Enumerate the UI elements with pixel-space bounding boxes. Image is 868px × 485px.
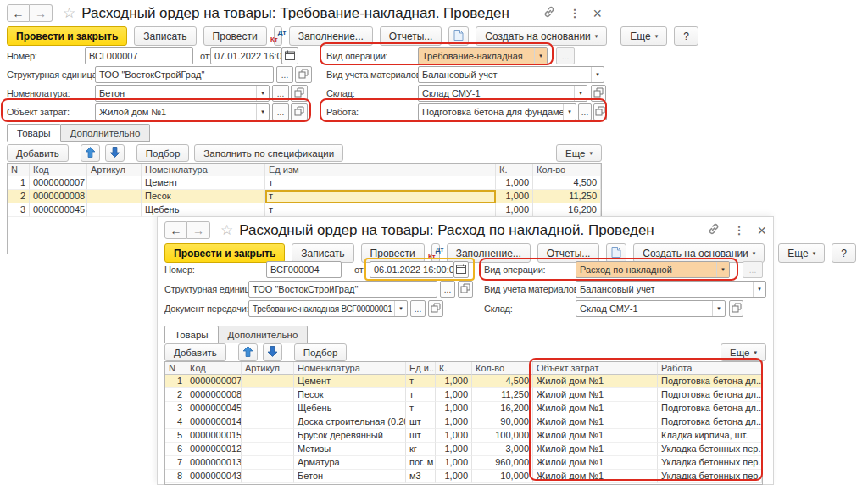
- table-cell[interactable]: [242, 456, 294, 470]
- create-from-button[interactable]: Создать на основании▾: [633, 243, 765, 263]
- table-cell[interactable]: т: [265, 176, 496, 190]
- browse-button[interactable]: ...: [578, 103, 592, 120]
- more-button[interactable]: Еще▾: [778, 243, 825, 263]
- move-up-button[interactable]: [81, 144, 100, 162]
- move-down-button[interactable]: [105, 144, 125, 162]
- chevron-down-icon[interactable]: ▾: [753, 282, 765, 297]
- open-item-button[interactable]: [291, 103, 308, 120]
- table-cell[interactable]: 1,000: [436, 456, 472, 470]
- warehouse-field[interactable]: Склад СМУ-1▾: [576, 300, 726, 317]
- table-cell[interactable]: 1,000: [436, 470, 472, 483]
- table-cell[interactable]: 2: [8, 190, 30, 203]
- table-cell[interactable]: [87, 190, 142, 203]
- browse-button[interactable]: ...: [272, 103, 289, 120]
- table-row[interactable]: 40000000014Доска строительная (0.20м)шт1…: [165, 415, 762, 429]
- link-icon[interactable]: [707, 222, 721, 239]
- table-cell[interactable]: кг: [406, 443, 436, 456]
- org-field[interactable]: ТОО "ВостокСтройГрад": [248, 281, 437, 298]
- table-cell[interactable]: [242, 375, 294, 388]
- table-cell[interactable]: 100,000: [472, 429, 533, 443]
- create-from-button[interactable]: Создать на основании▾: [476, 26, 607, 46]
- dt-kt-postings-button[interactable]: Дт Кт: [431, 243, 440, 263]
- table-cell[interactable]: 0000000014: [186, 415, 242, 429]
- table-cell[interactable]: Цемент: [294, 375, 406, 388]
- post-button[interactable]: Провести: [361, 243, 425, 263]
- fill-button[interactable]: Заполнение...: [289, 26, 373, 46]
- chevron-down-icon[interactable]: ▾: [716, 262, 729, 277]
- table-cell[interactable]: 6: [165, 443, 186, 456]
- table-cell[interactable]: 1,000: [436, 402, 472, 415]
- table-cell[interactable]: 0000000043: [186, 470, 242, 483]
- table-cell[interactable]: Подготовка бетона дл...: [658, 402, 762, 415]
- chevron-down-icon[interactable]: ▾: [534, 48, 547, 64]
- org-field[interactable]: ТОО "ВостокСтройГрад": [95, 66, 274, 83]
- date-field[interactable]: 07.01.2022 16:00:00: [210, 47, 282, 64]
- table-cell[interactable]: 0000000015: [186, 429, 242, 443]
- table-cell[interactable]: 3: [8, 203, 30, 217]
- table-row[interactable]: 30000000045Щебеньт1,00016,200: [8, 203, 601, 217]
- tab-goods[interactable]: Товары: [7, 124, 61, 142]
- document-icon-button[interactable]: [448, 26, 469, 46]
- table-cell[interactable]: 1,000: [436, 388, 472, 402]
- table-cell[interactable]: 4,500: [472, 375, 533, 388]
- close-icon[interactable]: ×: [593, 7, 602, 20]
- table-row[interactable]: 80000000043Бетонм31,00010,000Жилой дом №…: [165, 470, 762, 483]
- table-cell[interactable]: пог. м: [406, 456, 436, 470]
- table-cell[interactable]: 1,000: [496, 176, 533, 190]
- table-cell[interactable]: 10,000: [472, 470, 533, 483]
- column-header[interactable]: Код: [186, 362, 242, 375]
- table-cell[interactable]: 1,000: [436, 429, 472, 443]
- table-cell[interactable]: Укладка бетонных пер...: [658, 470, 762, 483]
- table-cell[interactable]: Укладка бетонных пер...: [658, 456, 762, 470]
- table-cell[interactable]: Укладка бетонных пер...: [658, 443, 762, 456]
- operation-type-field[interactable]: Требование-накладная▾: [418, 47, 548, 64]
- chevron-down-icon[interactable]: ▾: [256, 86, 269, 101]
- favorite-star-icon[interactable]: ☆: [63, 6, 75, 20]
- table-cell[interactable]: Кладка кирпича, шт.: [658, 429, 762, 443]
- reports-button[interactable]: Отчеты...: [380, 26, 442, 46]
- save-button[interactable]: Записать: [134, 26, 196, 46]
- warehouse-field[interactable]: Склад СМУ-1▾: [418, 85, 587, 102]
- table-cell[interactable]: т: [406, 375, 436, 388]
- table-cell[interactable]: 11,250: [472, 388, 533, 402]
- table-cell[interactable]: [242, 443, 294, 456]
- move-down-button[interactable]: [263, 343, 282, 361]
- calendar-button[interactable]: [281, 47, 298, 64]
- open-item-button[interactable]: [729, 300, 743, 317]
- tab-additional[interactable]: Дополнительно: [219, 326, 309, 343]
- table-cell[interactable]: Брусок деревянный: [294, 429, 406, 443]
- chevron-down-icon[interactable]: ▾: [574, 86, 587, 101]
- help-button[interactable]: ?: [832, 243, 856, 263]
- table-cell[interactable]: Бетон: [294, 470, 406, 483]
- link-icon[interactable]: [542, 5, 556, 22]
- chevron-down-icon[interactable]: ▾: [394, 301, 407, 316]
- table-cell[interactable]: шт: [406, 429, 436, 443]
- table-cell[interactable]: Жилой дом №1: [533, 456, 658, 470]
- table-cell[interactable]: 90,000: [472, 415, 533, 429]
- open-item-button[interactable]: [458, 281, 473, 298]
- table-cell[interactable]: Жилой дом №1: [533, 429, 658, 443]
- table-cell[interactable]: 4,500: [533, 176, 601, 190]
- open-item-button[interactable]: [291, 85, 308, 102]
- open-item-button[interactable]: [591, 85, 606, 102]
- browse-button[interactable]: ...: [410, 300, 426, 317]
- table-cell[interactable]: т: [406, 388, 436, 402]
- table-cell[interactable]: Жилой дом №1: [533, 402, 658, 415]
- more-button[interactable]: Еще▾: [620, 26, 667, 46]
- table-cell[interactable]: 1: [165, 375, 186, 388]
- table-cell[interactable]: Подготовка бетона дл...: [658, 415, 762, 429]
- table-cell[interactable]: 7: [165, 456, 186, 470]
- transfer-doc-field[interactable]: Требование-накладная ВСГ00000001 от 06.0…: [248, 300, 408, 317]
- material-accounting-field[interactable]: Балансовый учет▾: [576, 281, 766, 298]
- table-cell[interactable]: Подготовка бетона дл...: [658, 388, 762, 402]
- column-header[interactable]: Кол-во: [472, 362, 533, 375]
- table-row[interactable]: 50000000015Брусок деревянныйшт1,000100,0…: [165, 429, 762, 443]
- table-cell[interactable]: т: [406, 402, 436, 415]
- table-cell[interactable]: 5: [165, 429, 186, 443]
- table-cell[interactable]: [242, 415, 294, 429]
- column-header[interactable]: Номенклатура: [294, 362, 406, 375]
- table-cell[interactable]: 2: [165, 388, 186, 402]
- chevron-down-icon[interactable]: ▾: [563, 104, 576, 120]
- column-header[interactable]: Артикул: [87, 164, 142, 176]
- table-cell[interactable]: Жилой дом №1: [533, 415, 658, 429]
